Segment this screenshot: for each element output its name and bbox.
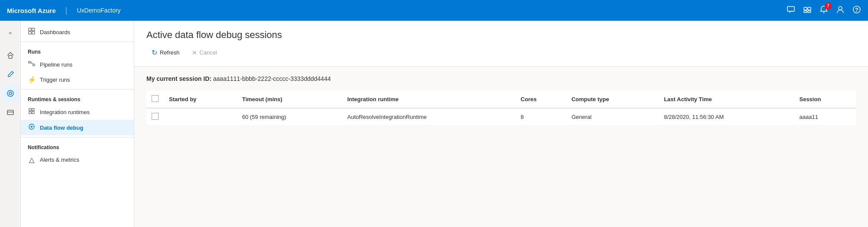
topbar-separator: |: [65, 6, 68, 15]
cell-started-by: [164, 108, 237, 126]
svg-rect-2: [808, 7, 811, 10]
svg-rect-16: [29, 32, 31, 34]
cell-session: aaaa11: [794, 108, 856, 126]
pipeline-icon: [28, 60, 36, 69]
cancel-icon: ✕: [192, 49, 197, 56]
content-body: My current session ID: aaaa1111-bbbb-222…: [134, 67, 868, 134]
select-all-checkbox[interactable]: [152, 95, 159, 102]
cell-integration-runtime[interactable]: AutoResolveIntegrationRuntime: [342, 108, 515, 126]
row-checkbox[interactable]: [152, 113, 159, 120]
svg-rect-0: [787, 6, 794, 11]
col-header-checkbox: [146, 91, 164, 108]
sidebar-divider-1: [21, 42, 134, 42]
svg-point-5: [823, 12, 825, 13]
col-header-cores: Cores: [515, 91, 566, 108]
refresh-label: Refresh: [160, 49, 180, 56]
svg-rect-4: [808, 11, 811, 13]
col-header-integration-runtime: Integration runtime: [342, 91, 515, 108]
directory-icon[interactable]: [803, 5, 812, 16]
data-table: Started by Timeout (mins) Integration ru…: [146, 91, 856, 126]
sidebar-icon-home[interactable]: [2, 47, 19, 64]
cell-timeout: 60 (59 remaining): [237, 108, 342, 126]
svg-rect-22: [32, 109, 34, 111]
page-title: Active data flow debug sessions: [146, 29, 856, 41]
sidebar-icon-rail: »: [0, 21, 21, 227]
row-checkbox-cell: [146, 108, 164, 126]
cancel-button[interactable]: ✕ Cancel: [187, 47, 222, 59]
svg-point-10: [7, 90, 13, 96]
svg-point-11: [9, 92, 12, 95]
refresh-button[interactable]: ↻ Refresh: [146, 46, 185, 59]
svg-rect-9: [9, 55, 12, 58]
user-icon[interactable]: [836, 5, 845, 16]
table-row: 60 (59 remaining) AutoResolveIntegration…: [146, 108, 856, 126]
topbar-factory-name: UxDemoFactory: [77, 7, 120, 14]
main-content: Active data flow debug sessions ↻ Refres…: [134, 21, 868, 227]
svg-rect-20: [29, 109, 31, 111]
svg-rect-21: [32, 112, 34, 114]
toolbar: ↻ Refresh ✕ Cancel: [146, 46, 856, 63]
sidebar-header-runs: Runs: [21, 44, 134, 57]
sidebar-item-trigger-runs-label: Trigger runs: [40, 77, 70, 83]
table-header-row: Started by Timeout (mins) Integration ru…: [146, 91, 856, 108]
cell-cores: 8: [515, 108, 566, 126]
notifications-icon[interactable]: 7: [819, 5, 828, 16]
integration-icon: [28, 108, 36, 116]
content-header: Active data flow debug sessions ↻ Refres…: [134, 21, 868, 67]
sidebar-item-alerts-metrics-label: Alerts & metrics: [40, 157, 79, 163]
sidebar: » Dashboards: [0, 21, 134, 227]
svg-point-6: [839, 6, 842, 10]
svg-rect-18: [29, 61, 30, 63]
sidebar-icon-manage[interactable]: [2, 104, 19, 121]
svg-rect-12: [7, 110, 13, 115]
svg-text:?: ?: [855, 7, 858, 13]
svg-rect-3: [804, 11, 807, 13]
notifications-badge: 7: [825, 3, 832, 10]
topbar-icons: 7 ?: [787, 5, 861, 16]
session-id-value: aaaa1111-bbbb-2222-ccccc-3333dddd4444: [213, 75, 331, 82]
sidebar-divider-2: [21, 89, 134, 90]
trigger-icon: ⚡: [28, 76, 36, 84]
sidebar-item-integration-runtimes[interactable]: Integration runtimes: [21, 104, 134, 120]
svg-rect-19: [33, 64, 35, 66]
sidebar-divider-3: [21, 137, 134, 137]
sidebar-item-pipeline-runs-label: Pipeline runs: [40, 61, 72, 68]
sidebar-nav: Dashboards Runs Pipeline runs ⚡ Trigger …: [21, 21, 134, 227]
sidebar-item-data-flow-debug-label: Data flow debug: [40, 125, 83, 131]
dashboard-icon: [28, 28, 36, 36]
cell-compute-type: General: [566, 108, 658, 126]
sidebar-item-alerts-metrics[interactable]: △ Alerts & metrics: [21, 152, 134, 167]
sidebar-expand-button[interactable]: »: [2, 24, 19, 42]
sidebar-item-pipeline-runs[interactable]: Pipeline runs: [21, 57, 134, 72]
cell-last-activity: 8/28/2020, 11:56:30 AM: [659, 108, 794, 126]
dataflow-icon: [28, 123, 36, 132]
svg-rect-17: [32, 32, 35, 34]
sidebar-header-notifications: Notifications: [21, 139, 134, 152]
col-header-timeout: Timeout (mins): [237, 91, 342, 108]
col-header-compute-type: Compute type: [566, 91, 658, 108]
sidebar-icon-monitor[interactable]: [2, 85, 19, 102]
svg-rect-15: [32, 28, 35, 31]
sidebar-icon-author[interactable]: [2, 66, 19, 83]
session-id-label: My current session ID:: [146, 75, 211, 82]
svg-rect-1: [804, 7, 807, 10]
topbar-brand: Microsoft Azure | UxDemoFactory: [7, 6, 121, 15]
topbar: Microsoft Azure | UxDemoFactory 7 ?: [0, 0, 868, 21]
sidebar-item-trigger-runs[interactable]: ⚡ Trigger runs: [21, 72, 134, 87]
refresh-icon: ↻: [152, 48, 157, 57]
cancel-label: Cancel: [200, 49, 217, 56]
topbar-brand-title: Microsoft Azure: [7, 7, 56, 14]
sidebar-item-integration-runtimes-label: Integration runtimes: [40, 109, 90, 115]
session-id-row: My current session ID: aaaa1111-bbbb-222…: [146, 75, 856, 82]
sidebar-item-dashboards[interactable]: Dashboards: [21, 24, 134, 40]
svg-rect-14: [29, 28, 31, 31]
sidebar-item-data-flow-debug[interactable]: Data flow debug: [21, 120, 134, 135]
col-header-session: Session: [794, 91, 856, 108]
alert-icon: △: [28, 156, 36, 164]
main-layout: » Dashboards: [0, 21, 868, 227]
svg-rect-23: [29, 112, 31, 114]
help-icon[interactable]: ?: [852, 5, 861, 16]
col-header-started-by: Started by: [164, 91, 237, 108]
feedback-icon[interactable]: [787, 5, 795, 16]
sidebar-header-runtimes: Runtimes & sessions: [21, 91, 134, 104]
